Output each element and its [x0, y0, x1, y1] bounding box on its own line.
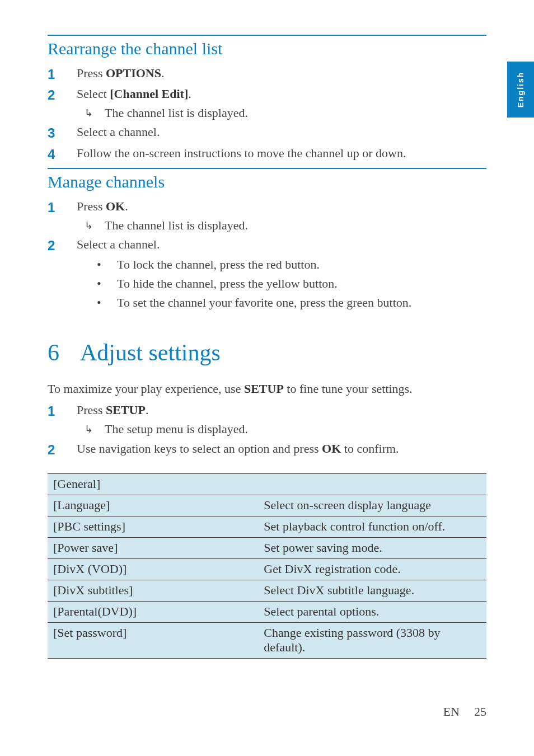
table-cell-right: Set power saving mode.: [258, 537, 486, 558]
table-cell-right: Select parental options.: [258, 601, 486, 622]
table-cell-right: Change existing password (3308 by defaul…: [258, 622, 486, 658]
table-cell-right: Get DivX registration code.: [258, 558, 486, 580]
table-cell-left: [Language]: [48, 495, 258, 516]
footer-page-number: 25: [474, 705, 486, 719]
result-arrow-icon: ↳: [85, 218, 105, 234]
table-cell-right: Select on-screen display language: [258, 495, 486, 516]
step-number: 2: [48, 439, 77, 460]
step-result: ↳ The channel list is displayed.: [77, 104, 486, 123]
language-tab-label: English: [516, 72, 525, 108]
horizontal-rule: [48, 168, 486, 169]
step-body: Press SETUP. ↳ The setup menu is display…: [77, 401, 486, 439]
step-item: 2 Select a channel. To lock the channel,…: [48, 235, 486, 312]
table-cell-left: [DivX subtitles]: [48, 580, 258, 601]
step-item: 1 Press OPTIONS.: [48, 64, 486, 84]
page-footer: EN 25: [443, 705, 486, 719]
steps-chapter: 1 Press SETUP. ↳ The setup menu is displ…: [48, 401, 486, 459]
result-arrow-icon: ↳: [85, 422, 105, 438]
step-number: 2: [48, 84, 77, 105]
table-cell-left: [PBC settings]: [48, 516, 258, 537]
step-number: 3: [48, 123, 77, 143]
table-cell-right: Set playback control function on/off.: [258, 516, 486, 537]
step-item: 1 Press OK. ↳ The channel list is displa…: [48, 197, 486, 235]
step-number: 2: [48, 235, 77, 256]
step-number: 1: [48, 197, 77, 218]
section-title-rearrange: Rearrange the channel list: [48, 39, 486, 58]
horizontal-rule: [48, 35, 486, 36]
table-row: [DivX subtitles]Select DivX subtitle lan…: [48, 580, 486, 601]
chapter-intro: To maximize your play experience, use SE…: [48, 382, 486, 396]
step-number: 1: [48, 401, 77, 421]
step-body: Follow the on-screen instructions to mov…: [77, 144, 486, 163]
page-content: Rearrange the channel list 1 Press OPTIO…: [0, 0, 534, 698]
footer-lang: EN: [443, 705, 460, 719]
table-row: [General]: [48, 473, 486, 495]
chapter-number: 6: [48, 339, 80, 366]
table-row: [DivX (VOD)]Get DivX registration code.: [48, 558, 486, 580]
table-row: [PBC settings]Set playback control funct…: [48, 516, 486, 537]
table-row: [Language]Select on-screen display langu…: [48, 495, 486, 516]
bullet-list: To lock the channel, press the red butto…: [77, 255, 486, 312]
table-cell-left: [DivX (VOD)]: [48, 558, 258, 580]
steps-rearrange: 1 Press OPTIONS. 2 Select [Channel Edit]…: [48, 64, 486, 165]
table-cell-left: [Parental(DVD)]: [48, 601, 258, 622]
chapter-title: Adjust settings: [80, 340, 221, 365]
step-body: Select a channel. To lock the channel, p…: [77, 235, 486, 312]
step-body: Use navigation keys to select an option …: [77, 439, 486, 458]
step-item: 4 Follow the on-screen instructions to m…: [48, 144, 486, 165]
step-item: 1 Press SETUP. ↳ The setup menu is displ…: [48, 401, 486, 439]
step-body: Press OPTIONS.: [77, 64, 486, 83]
step-result: ↳ The setup menu is displayed.: [77, 420, 486, 439]
table-cell-right: Select DivX subtitle language.: [258, 580, 486, 601]
step-item: 3 Select a channel.: [48, 123, 486, 143]
table-cell-left: [Set password]: [48, 622, 258, 658]
table-row: [Power save]Set power saving mode.: [48, 537, 486, 558]
step-item: 2 Select [Channel Edit]. ↳ The channel l…: [48, 84, 486, 123]
table-row: [Set password]Change existing password (…: [48, 622, 486, 658]
chapter-heading: 6Adjust settings: [48, 339, 486, 366]
step-body: Select a channel.: [77, 123, 486, 142]
step-item: 2 Use navigation keys to select an optio…: [48, 439, 486, 460]
language-tab: English: [507, 62, 534, 118]
step-number: 4: [48, 144, 77, 165]
bullet-item: To hide the channel, press the yellow bu…: [93, 274, 486, 293]
step-body: Press OK. ↳ The channel list is displaye…: [77, 197, 486, 235]
settings-table: [General] [Language]Select on-screen dis…: [48, 473, 486, 659]
bullet-item: To lock the channel, press the red butto…: [93, 255, 486, 274]
result-arrow-icon: ↳: [85, 106, 105, 121]
table-cell-left: [Power save]: [48, 537, 258, 558]
section-title-manage: Manage channels: [48, 172, 486, 191]
steps-manage: 1 Press OK. ↳ The channel list is displa…: [48, 197, 486, 313]
step-number: 1: [48, 64, 77, 84]
table-cell-left: [General]: [48, 473, 258, 495]
table-cell-right: [258, 473, 486, 495]
bullet-item: To set the channel your favorite one, pr…: [93, 293, 486, 312]
table-row: [Parental(DVD)]Select parental options.: [48, 601, 486, 622]
step-body: Select [Channel Edit]. ↳ The channel lis…: [77, 84, 486, 123]
step-result: ↳ The channel list is displayed.: [77, 216, 486, 235]
